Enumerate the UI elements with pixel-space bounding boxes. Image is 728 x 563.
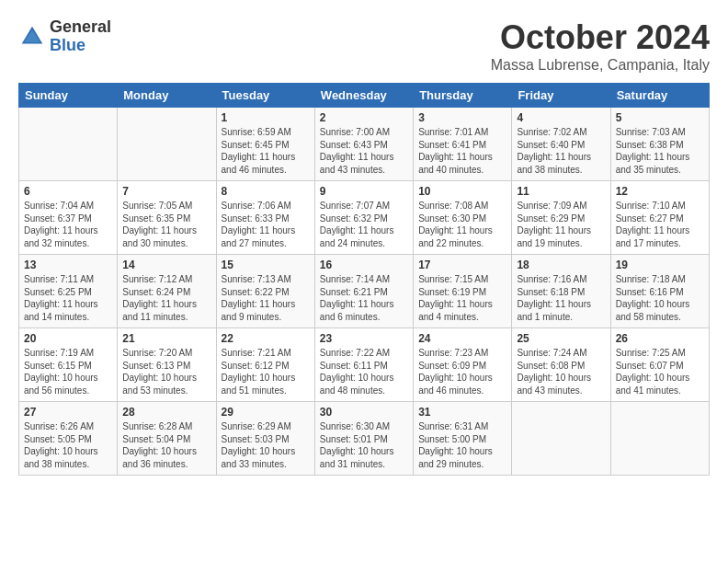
calendar-cell: 4Sunrise: 7:02 AM Sunset: 6:40 PM Daylig… — [512, 108, 610, 181]
day-info: Sunrise: 7:04 AM Sunset: 6:37 PM Dayligh… — [24, 200, 112, 249]
day-info: Sunrise: 7:20 AM Sunset: 6:13 PM Dayligh… — [122, 347, 210, 396]
calendar-cell: 22Sunrise: 7:21 AM Sunset: 6:12 PM Dayli… — [216, 328, 314, 402]
day-info: Sunrise: 7:02 AM Sunset: 6:40 PM Dayligh… — [517, 126, 605, 176]
calendar-cell — [118, 108, 216, 181]
day-info: Sunrise: 7:12 AM Sunset: 6:24 PM Dayligh… — [122, 273, 210, 323]
day-info: Sunrise: 7:24 AM Sunset: 6:08 PM Dayligh… — [517, 347, 605, 396]
day-info: Sunrise: 7:21 AM Sunset: 6:12 PM Dayligh… — [222, 347, 310, 396]
day-number: 20 — [24, 332, 112, 345]
calendar-cell: 13Sunrise: 7:11 AM Sunset: 6:25 PM Dayli… — [19, 255, 118, 328]
day-number: 6 — [24, 185, 112, 198]
day-info: Sunrise: 7:11 AM Sunset: 6:25 PM Dayligh… — [24, 273, 112, 323]
calendar-cell: 23Sunrise: 7:22 AM Sunset: 6:11 PM Dayli… — [314, 328, 413, 402]
day-info: Sunrise: 7:18 AM Sunset: 6:16 PM Dayligh… — [616, 273, 704, 323]
col-header-tuesday: Tuesday — [216, 84, 314, 108]
month-title: October 2024 — [491, 18, 710, 57]
day-info: Sunrise: 7:08 AM Sunset: 6:30 PM Dayligh… — [418, 200, 506, 249]
logo: General Blue — [18, 18, 111, 55]
calendar-cell: 12Sunrise: 7:10 AM Sunset: 6:27 PM Dayli… — [610, 181, 709, 255]
day-info: Sunrise: 7:03 AM Sunset: 6:38 PM Dayligh… — [616, 126, 704, 176]
day-info: Sunrise: 6:29 AM Sunset: 5:03 PM Dayligh… — [222, 420, 310, 470]
day-info: Sunrise: 7:13 AM Sunset: 6:22 PM Dayligh… — [222, 273, 310, 323]
day-info: Sunrise: 7:22 AM Sunset: 6:11 PM Dayligh… — [320, 347, 408, 396]
day-info: Sunrise: 7:07 AM Sunset: 6:32 PM Dayligh… — [320, 200, 408, 249]
day-number: 13 — [24, 259, 112, 271]
day-number: 22 — [222, 332, 310, 345]
calendar-cell: 30Sunrise: 6:30 AM Sunset: 5:01 PM Dayli… — [314, 402, 413, 476]
day-number: 3 — [418, 111, 506, 124]
day-info: Sunrise: 7:15 AM Sunset: 6:19 PM Dayligh… — [418, 273, 506, 323]
day-info: Sunrise: 7:14 AM Sunset: 6:21 PM Dayligh… — [320, 273, 408, 323]
calendar-cell: 25Sunrise: 7:24 AM Sunset: 6:08 PM Dayli… — [512, 328, 610, 402]
day-number: 11 — [517, 185, 605, 198]
day-number: 23 — [320, 332, 408, 345]
day-number: 28 — [122, 406, 210, 419]
calendar-cell: 14Sunrise: 7:12 AM Sunset: 6:24 PM Dayli… — [118, 255, 216, 328]
calendar-cell: 16Sunrise: 7:14 AM Sunset: 6:21 PM Dayli… — [314, 255, 413, 328]
calendar-cell: 24Sunrise: 7:23 AM Sunset: 6:09 PM Dayli… — [414, 328, 512, 402]
calendar-cell: 31Sunrise: 6:31 AM Sunset: 5:00 PM Dayli… — [414, 402, 512, 476]
day-info: Sunrise: 7:01 AM Sunset: 6:41 PM Dayligh… — [418, 126, 506, 176]
day-number: 30 — [320, 406, 408, 419]
col-header-monday: Monday — [118, 84, 216, 108]
calendar-header-row: SundayMondayTuesdayWednesdayThursdayFrid… — [19, 84, 710, 108]
day-number: 31 — [418, 406, 506, 419]
col-header-friday: Friday — [512, 84, 610, 108]
day-number: 18 — [517, 259, 605, 271]
day-info: Sunrise: 7:25 AM Sunset: 6:07 PM Dayligh… — [616, 347, 704, 396]
calendar-cell: 27Sunrise: 6:26 AM Sunset: 5:05 PM Dayli… — [19, 402, 118, 476]
col-header-sunday: Sunday — [19, 84, 118, 108]
day-number: 12 — [616, 185, 704, 198]
calendar-cell — [610, 402, 709, 476]
col-header-wednesday: Wednesday — [314, 84, 413, 108]
calendar-cell: 2Sunrise: 7:00 AM Sunset: 6:43 PM Daylig… — [314, 108, 413, 181]
day-info: Sunrise: 7:09 AM Sunset: 6:29 PM Dayligh… — [517, 200, 605, 249]
calendar-cell — [19, 108, 118, 181]
day-number: 26 — [616, 332, 704, 345]
title-block: October 2024 Massa Lubrense, Campania, I… — [491, 18, 710, 74]
calendar-cell: 21Sunrise: 7:20 AM Sunset: 6:13 PM Dayli… — [118, 328, 216, 402]
calendar-week-row: 20Sunrise: 7:19 AM Sunset: 6:15 PM Dayli… — [19, 328, 710, 402]
day-number: 1 — [222, 111, 310, 124]
day-number: 8 — [222, 185, 310, 198]
calendar-cell: 15Sunrise: 7:13 AM Sunset: 6:22 PM Dayli… — [216, 255, 314, 328]
day-info: Sunrise: 6:59 AM Sunset: 6:45 PM Dayligh… — [222, 126, 310, 176]
location-subtitle: Massa Lubrense, Campania, Italy — [491, 57, 710, 74]
day-number: 16 — [320, 259, 408, 271]
calendar-week-row: 6Sunrise: 7:04 AM Sunset: 6:37 PM Daylig… — [19, 181, 710, 255]
day-number: 9 — [320, 185, 408, 198]
day-info: Sunrise: 6:31 AM Sunset: 5:00 PM Dayligh… — [418, 420, 506, 470]
day-info: Sunrise: 7:00 AM Sunset: 6:43 PM Dayligh… — [320, 126, 408, 176]
day-info: Sunrise: 7:10 AM Sunset: 6:27 PM Dayligh… — [616, 200, 704, 249]
day-info: Sunrise: 6:26 AM Sunset: 5:05 PM Dayligh… — [24, 420, 112, 470]
calendar-cell: 7Sunrise: 7:05 AM Sunset: 6:35 PM Daylig… — [118, 181, 216, 255]
day-number: 5 — [616, 111, 704, 124]
day-info: Sunrise: 6:28 AM Sunset: 5:04 PM Dayligh… — [122, 420, 210, 470]
calendar-cell: 29Sunrise: 6:29 AM Sunset: 5:03 PM Dayli… — [216, 402, 314, 476]
calendar-cell: 11Sunrise: 7:09 AM Sunset: 6:29 PM Dayli… — [512, 181, 610, 255]
col-header-saturday: Saturday — [610, 84, 709, 108]
calendar-cell: 10Sunrise: 7:08 AM Sunset: 6:30 PM Dayli… — [414, 181, 512, 255]
calendar-cell: 3Sunrise: 7:01 AM Sunset: 6:41 PM Daylig… — [414, 108, 512, 181]
col-header-thursday: Thursday — [414, 84, 512, 108]
day-info: Sunrise: 7:16 AM Sunset: 6:18 PM Dayligh… — [517, 273, 605, 323]
day-number: 17 — [418, 259, 506, 271]
calendar-table: SundayMondayTuesdayWednesdayThursdayFrid… — [18, 83, 710, 476]
logo-general-text: General — [50, 18, 111, 37]
page-header: General Blue October 2024 Massa Lubrense… — [18, 18, 710, 74]
day-number: 24 — [418, 332, 506, 345]
day-info: Sunrise: 7:05 AM Sunset: 6:35 PM Dayligh… — [122, 200, 210, 249]
logo-icon — [18, 23, 46, 51]
calendar-cell: 20Sunrise: 7:19 AM Sunset: 6:15 PM Dayli… — [19, 328, 118, 402]
day-number: 15 — [222, 259, 310, 271]
day-number: 4 — [517, 111, 605, 124]
day-info: Sunrise: 7:06 AM Sunset: 6:33 PM Dayligh… — [222, 200, 310, 249]
calendar-cell — [512, 402, 610, 476]
calendar-cell: 28Sunrise: 6:28 AM Sunset: 5:04 PM Dayli… — [118, 402, 216, 476]
calendar-cell: 17Sunrise: 7:15 AM Sunset: 6:19 PM Dayli… — [414, 255, 512, 328]
calendar-week-row: 13Sunrise: 7:11 AM Sunset: 6:25 PM Dayli… — [19, 255, 710, 328]
day-number: 21 — [122, 332, 210, 345]
logo-blue-text: Blue — [50, 37, 111, 55]
day-number: 14 — [122, 259, 210, 271]
calendar-cell: 9Sunrise: 7:07 AM Sunset: 6:32 PM Daylig… — [314, 181, 413, 255]
